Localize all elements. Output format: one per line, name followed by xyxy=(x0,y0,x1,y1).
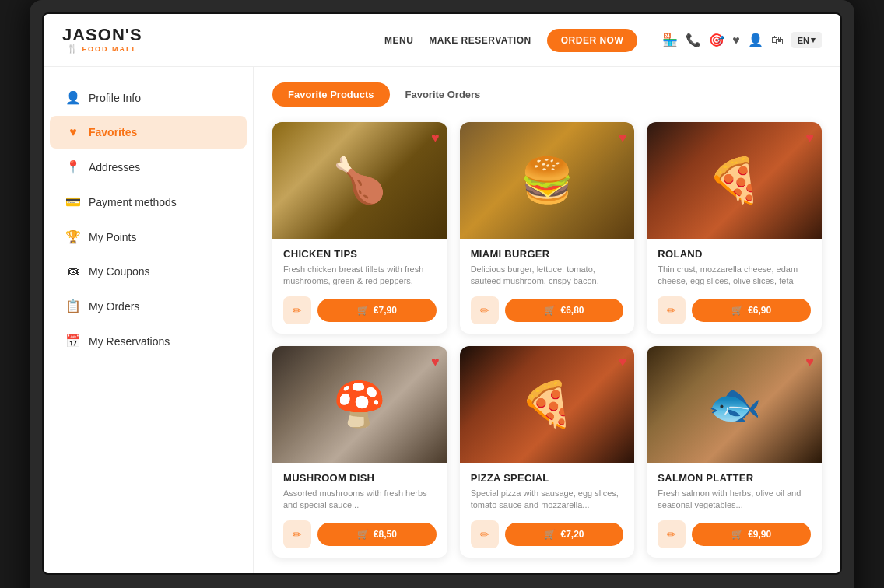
product-description: Special pizza with sausage, egg slices, … xyxy=(471,488,624,511)
tabs: Favorite Products Favorite Orders xyxy=(272,82,822,107)
menu-link[interactable]: MENU xyxy=(384,35,413,46)
profile-icon: 👤 xyxy=(65,90,81,105)
product-price: €7,20 xyxy=(560,529,584,540)
product-card: 🐟 ♥ SALMON PLATTER Fresh salmon with her… xyxy=(647,346,822,558)
monitor: JASON'S 🍴 FOOD MALL MENU MAKE RESERVATIO… xyxy=(30,0,854,588)
edit-product-button[interactable]: ✏ xyxy=(658,296,686,324)
product-info: MIAMI BURGER Delicious burger, lettuce, … xyxy=(460,239,635,334)
product-actions: ✏ 🛒 €9,90 xyxy=(658,520,811,548)
product-actions: ✏ 🛒 €7,90 xyxy=(283,296,437,324)
edit-product-button[interactable]: ✏ xyxy=(658,520,686,548)
payment-icon: 💳 xyxy=(65,194,81,209)
sidebar-item-favorites[interactable]: ♥ Favorites xyxy=(50,116,247,149)
main-content: Favorite Products Favorite Orders 🍗 ♥ CH… xyxy=(254,67,840,573)
product-name: ROLAND xyxy=(658,248,811,260)
addresses-icon: 📍 xyxy=(65,159,81,174)
phone-icon[interactable]: 📞 xyxy=(686,33,701,47)
product-card: 🍔 ♥ MIAMI BURGER Delicious burger, lettu… xyxy=(460,122,635,334)
edit-product-button[interactable]: ✏ xyxy=(471,296,499,324)
heart-nav-icon[interactable]: ♥ xyxy=(732,33,740,47)
product-actions: ✏ 🛒 €8,50 xyxy=(283,520,437,548)
product-card: 🍕 ♥ ROLAND Thin crust, mozzarella cheese… xyxy=(647,122,822,334)
favorite-heart-icon[interactable]: ♥ xyxy=(805,354,814,370)
product-info: SALMON PLATTER Fresh salmon with herbs, … xyxy=(647,463,822,558)
product-description: Assorted mushrooms with fresh herbs and … xyxy=(283,488,437,511)
cart-icon: 🛒 xyxy=(357,529,369,540)
product-card: 🍗 ♥ CHICKEN TIPS Fresh chicken breast fi… xyxy=(272,122,447,334)
product-name: MUSHROOM DISH xyxy=(283,472,437,484)
product-price: €6,90 xyxy=(748,305,771,316)
product-info: ROLAND Thin crust, mozzarella cheese, ed… xyxy=(647,239,822,334)
product-card: 🍕 ♥ PIZZA SPECIAL Special pizza with sau… xyxy=(460,346,635,558)
add-to-cart-button[interactable]: 🛒 €8,50 xyxy=(317,523,437,546)
content-area: 👤 Profile Info ♥ Favorites 📍 Addresses 💳… xyxy=(44,67,840,573)
product-actions: ✏ 🛒 €6,90 xyxy=(658,296,811,324)
logo-subtitle: 🍴 FOOD MALL xyxy=(67,44,139,54)
reservation-link[interactable]: MAKE RESERVATION xyxy=(429,35,531,46)
favorite-heart-icon[interactable]: ♥ xyxy=(619,130,627,146)
nav-icons: 🏪 📞 🎯 ♥ 👤 🛍 EN ▾ xyxy=(662,32,822,48)
user-nav-icon[interactable]: 👤 xyxy=(748,33,763,47)
product-image: 🍕 ♥ xyxy=(647,122,822,239)
sidebar-item-payment[interactable]: 💳 Payment methods xyxy=(50,185,247,219)
add-to-cart-button[interactable]: 🛒 €7,90 xyxy=(317,299,437,322)
favorite-heart-icon[interactable]: ♥ xyxy=(619,354,627,370)
add-to-cart-button[interactable]: 🛒 €9,90 xyxy=(692,523,811,546)
sidebar-item-profile[interactable]: 👤 Profile Info xyxy=(50,81,247,114)
orders-icon: 📋 xyxy=(65,299,81,313)
reservations-icon: 📅 xyxy=(65,334,81,348)
sidebar-item-orders[interactable]: 📋 My Orders xyxy=(50,289,247,323)
sidebar-item-reservations[interactable]: 📅 My Reservations xyxy=(50,324,247,358)
product-info: CHICKEN TIPS Fresh chicken breast fillet… xyxy=(272,239,447,334)
bag-nav-icon[interactable]: 🛍 xyxy=(771,33,784,47)
edit-product-button[interactable]: ✏ xyxy=(283,520,311,548)
favorite-heart-icon[interactable]: ♥ xyxy=(805,130,814,146)
favorite-heart-icon[interactable]: ♥ xyxy=(431,354,440,370)
product-description: Fresh salmon with herbs, olive oil and s… xyxy=(658,488,811,511)
product-info: PIZZA SPECIAL Special pizza with sausage… xyxy=(460,463,635,558)
product-card: 🍄 ♥ MUSHROOM DISH Assorted mushrooms wit… xyxy=(272,346,447,558)
product-image: 🍄 ♥ xyxy=(272,346,447,463)
cart-icon: 🛒 xyxy=(357,305,369,316)
coupons-icon: 🎟 xyxy=(65,264,81,278)
product-price: €8,50 xyxy=(374,529,397,540)
tab-favorite-orders[interactable]: Favorite Orders xyxy=(390,82,496,107)
logo: JASON'S 🍴 FOOD MALL xyxy=(62,26,142,54)
favorite-heart-icon[interactable]: ♥ xyxy=(431,130,440,146)
product-description: Thin crust, mozzarella cheese, edam chee… xyxy=(658,264,811,287)
add-to-cart-button[interactable]: 🛒 €6,80 xyxy=(505,299,624,322)
store-icon[interactable]: 🏪 xyxy=(662,33,678,47)
products-grid: 🍗 ♥ CHICKEN TIPS Fresh chicken breast fi… xyxy=(272,122,822,558)
product-price: €9,90 xyxy=(748,529,771,540)
favorites-icon: ♥ xyxy=(65,125,81,139)
product-info: MUSHROOM DISH Assorted mushrooms with fr… xyxy=(272,463,447,558)
nav-links: MENU MAKE RESERVATION ORDER NOW xyxy=(384,29,637,52)
order-now-button[interactable]: ORDER NOW xyxy=(547,29,638,52)
sidebar-item-coupons[interactable]: 🎟 My Coupons xyxy=(50,255,247,288)
product-image: 🍕 ♥ xyxy=(460,346,635,463)
product-price: €6,80 xyxy=(560,305,584,316)
add-to-cart-button[interactable]: 🛒 €6,90 xyxy=(692,299,811,322)
language-button[interactable]: EN ▾ xyxy=(791,32,822,48)
location-icon[interactable]: 🎯 xyxy=(709,33,724,47)
navbar: JASON'S 🍴 FOOD MALL MENU MAKE RESERVATIO… xyxy=(44,14,840,67)
product-price: €7,90 xyxy=(374,305,397,316)
product-actions: ✏ 🛒 €7,20 xyxy=(471,520,624,548)
sidebar-item-points[interactable]: 🏆 My Points xyxy=(50,220,247,254)
add-to-cart-button[interactable]: 🛒 €7,20 xyxy=(505,523,624,546)
edit-product-button[interactable]: ✏ xyxy=(283,296,311,324)
points-icon: 🏆 xyxy=(65,229,81,244)
edit-product-button[interactable]: ✏ xyxy=(471,520,499,548)
screen: JASON'S 🍴 FOOD MALL MENU MAKE RESERVATIO… xyxy=(42,12,842,575)
sidebar-item-addresses[interactable]: 📍 Addresses xyxy=(50,150,247,184)
product-image: 🍗 ♥ xyxy=(272,122,447,239)
product-actions: ✏ 🛒 €6,80 xyxy=(471,296,624,324)
product-image: 🍔 ♥ xyxy=(460,122,635,239)
cart-icon: 🛒 xyxy=(731,305,743,316)
product-description: Delicious burger, lettuce, tomato, sauté… xyxy=(471,264,624,287)
cart-icon: 🛒 xyxy=(544,305,556,316)
product-name: CHICKEN TIPS xyxy=(283,248,437,260)
tab-favorite-products[interactable]: Favorite Products xyxy=(272,82,390,107)
sidebar: 👤 Profile Info ♥ Favorites 📍 Addresses 💳… xyxy=(44,67,254,573)
cart-icon: 🛒 xyxy=(544,529,556,540)
